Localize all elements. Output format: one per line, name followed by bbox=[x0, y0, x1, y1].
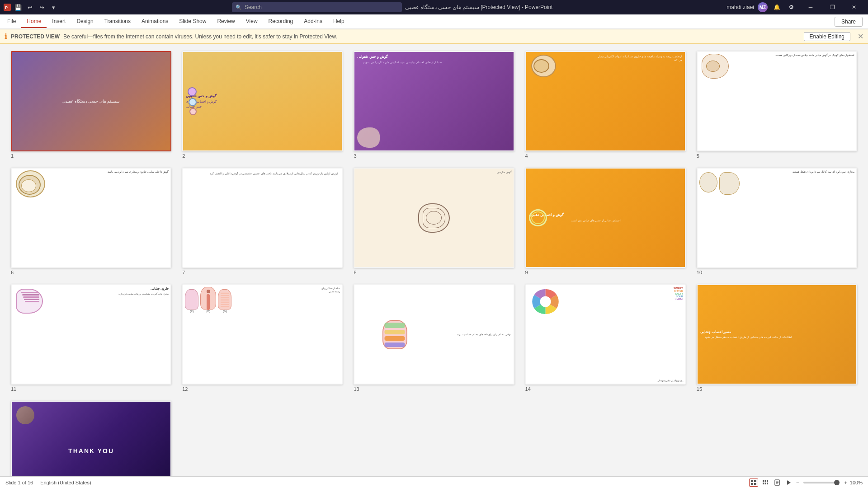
zoom-thumb[interactable] bbox=[834, 480, 840, 485]
slide-item-15[interactable]: مسیر اعصاب چشایی اطلاعات از جانب گیرنده … bbox=[697, 284, 857, 392]
tab-view[interactable]: View bbox=[241, 15, 263, 28]
protected-view-bar: ℹ PROTECTED VIEW Be careful—files from t… bbox=[0, 29, 868, 44]
slide-item-3[interactable]: گوش و حس شنوایی صدا از ارتعاش اجسام تولی… bbox=[354, 51, 514, 159]
status-right: − + 100% bbox=[749, 479, 863, 487]
minimize-button[interactable]: ─ bbox=[800, 0, 821, 14]
protected-view-message: Be careful—files from the Internet can c… bbox=[63, 33, 800, 40]
slide-item-2[interactable]: گوش و حس شنوایی گوش و احساس دهلیزی حس چش… bbox=[182, 51, 343, 159]
status-bar: Slide 1 of 16 English (United States) − … bbox=[0, 476, 868, 488]
slide-thumb-2[interactable]: گوش و حس شنوایی گوش و احساس دهلیزی حس چش… bbox=[182, 51, 343, 151]
search-box[interactable]: 🔍 bbox=[232, 2, 402, 12]
window-controls: ─ ❐ ✕ bbox=[800, 0, 864, 14]
slide-thumb-13[interactable]: نواحی مختلف زبان برای طعم های مختلف حساس… bbox=[354, 284, 514, 385]
slide-num-7: 7 bbox=[182, 270, 185, 275]
tab-design[interactable]: Design bbox=[71, 15, 99, 28]
slide-item-4[interactable]: ارتعاش دریچه به وسیله ماهیچه های حلزون ص… bbox=[525, 51, 686, 159]
slide-item-12[interactable]: (a) (b) bbox=[182, 284, 343, 392]
svg-rect-7 bbox=[763, 480, 764, 482]
tab-recording[interactable]: Recording bbox=[263, 15, 299, 28]
slide-item-10[interactable]: مجاری نیم دایره ای سه کانال نیم دایره ای… bbox=[697, 168, 857, 275]
tab-slideshow[interactable]: Slide Show bbox=[174, 15, 212, 28]
protected-view-close[interactable]: ✕ bbox=[858, 32, 863, 41]
status-left: Slide 1 of 16 English (United States) bbox=[5, 480, 91, 485]
slide-thumb-1[interactable]: سیستم های حسی دستگاه عصبی bbox=[11, 51, 171, 151]
svg-rect-11 bbox=[764, 483, 766, 484]
ribbon-tabs: File Home Insert Design Transitions Anim… bbox=[0, 14, 868, 29]
slide-thumb-8[interactable]: گوش خارجی bbox=[354, 168, 514, 268]
slide-grid: سیستم های حسی دستگاه عصبی 1 گوش و حس شنو… bbox=[11, 51, 857, 476]
search-icon: 🔍 bbox=[236, 5, 242, 10]
ribbon: File Home Insert Design Transitions Anim… bbox=[0, 14, 868, 29]
slide-sorter-button[interactable] bbox=[761, 479, 770, 487]
slide-num-8: 8 bbox=[354, 270, 356, 275]
slide-item-13[interactable]: نواحی مختلف زبان برای طعم های مختلف حساس… bbox=[354, 284, 514, 392]
save-button[interactable]: 💾 bbox=[14, 3, 23, 12]
search-input[interactable] bbox=[245, 4, 380, 10]
slide-num-5: 5 bbox=[697, 153, 699, 159]
powerpoint-icon: P bbox=[4, 4, 11, 11]
slide-thumb-6[interactable]: گوش داخلی شامل حلزون و مجاری نیم دایره م… bbox=[11, 168, 171, 268]
restore-button[interactable]: ❐ bbox=[822, 0, 843, 14]
slide-num-13: 13 bbox=[354, 386, 359, 392]
thankyou-text: THANK YOU bbox=[68, 447, 114, 455]
avatar[interactable]: MZ bbox=[758, 2, 768, 12]
tab-review[interactable]: Review bbox=[212, 15, 240, 28]
tab-animations[interactable]: Animations bbox=[136, 15, 174, 28]
close-button[interactable]: ✕ bbox=[844, 0, 864, 14]
normal-view-button[interactable] bbox=[749, 479, 758, 487]
tab-help[interactable]: Help bbox=[328, 15, 350, 28]
slide-thumb-10[interactable]: مجاری نیم دایره ای سه کانال نیم دایره ای… bbox=[697, 168, 857, 268]
slide-item-9[interactable]: گوش و احساس دهلیزی احساس تعادل از حس های… bbox=[525, 168, 686, 275]
tab-file[interactable]: File bbox=[2, 15, 21, 28]
notifications-icon[interactable]: 🔔 bbox=[771, 3, 782, 12]
zoom-in-button[interactable]: + bbox=[844, 480, 847, 485]
slide-thumb-12[interactable]: (a) (b) bbox=[182, 284, 343, 385]
slide-num-4: 4 bbox=[525, 153, 528, 159]
svg-rect-10 bbox=[763, 483, 764, 484]
slide-thumb-5[interactable]: استخوان های کوچک در گوش میانی مانند چکش،… bbox=[697, 51, 857, 151]
slide-thumb-3[interactable]: گوش و حس شنوایی صدا از ارتعاش اجسام تولی… bbox=[354, 51, 514, 151]
slide-num-14: 14 bbox=[525, 386, 531, 392]
slide-thumb-14[interactable]: SWEET BITTER SALTY SOUR UMAMI پنج نوع اص… bbox=[525, 284, 686, 385]
slide-thumb-16[interactable]: THANK YOU bbox=[11, 401, 171, 476]
slide-item-6[interactable]: گوش داخلی شامل حلزون و مجاری نیم دایره م… bbox=[11, 168, 171, 275]
redo-button[interactable]: ↪ bbox=[37, 3, 46, 12]
slide-num-15: 15 bbox=[697, 386, 702, 392]
slide-num-11: 11 bbox=[11, 386, 16, 392]
slide-item-16[interactable]: THANK YOU 16 bbox=[11, 401, 171, 476]
slide-item-1[interactable]: سیستم های حسی دستگاه عصبی 1 bbox=[11, 51, 171, 159]
slide-item-7[interactable]: کورتی اولین بار توریتز که در سال هایی از… bbox=[182, 168, 343, 275]
slide-item-14[interactable]: SWEET BITTER SALTY SOUR UMAMI پنج نوع اص… bbox=[525, 284, 686, 392]
zoom-slider[interactable] bbox=[803, 482, 840, 483]
svg-rect-3 bbox=[751, 480, 753, 482]
slide-item-11[interactable]: حلزون چشایی سلول های گیرنده چشایی در پرز… bbox=[11, 284, 171, 392]
protected-view-label: PROTECTED VIEW bbox=[11, 33, 60, 40]
slide-num-10: 10 bbox=[697, 270, 702, 275]
slide-num-1: 1 bbox=[11, 153, 14, 159]
slide-thumb-11[interactable]: حلزون چشایی سلول های گیرنده چشایی در پرز… bbox=[11, 284, 171, 385]
zoom-out-button[interactable]: − bbox=[796, 480, 799, 485]
slide-thumb-9[interactable]: گوش و احساس دهلیزی احساس تعادل از حس های… bbox=[525, 168, 686, 268]
quick-access-toolbar: P 💾 ↩ ↪ ▾ bbox=[4, 3, 58, 12]
slide-thumb-7[interactable]: کورتی اولین بار توریتز که در سال هایی از… bbox=[182, 168, 343, 268]
slide-grid-container[interactable]: سیستم های حسی دستگاه عصبی 1 گوش و حس شنو… bbox=[0, 44, 868, 476]
svg-rect-9 bbox=[767, 480, 768, 482]
tab-home[interactable]: Home bbox=[21, 15, 47, 28]
enable-editing-button[interactable]: Enable Editing bbox=[804, 32, 850, 41]
settings-icon[interactable]: ⚙ bbox=[786, 3, 797, 12]
reading-view-button[interactable] bbox=[773, 479, 782, 487]
slide-thumb-4[interactable]: ارتعاش دریچه به وسیله ماهیچه های حلزون ص… bbox=[525, 51, 686, 151]
slide-num-2: 2 bbox=[182, 153, 185, 159]
slide-thumb-15[interactable]: مسیر اعصاب چشایی اطلاعات از جانب گیرنده … bbox=[697, 284, 857, 385]
svg-text:P: P bbox=[5, 5, 8, 10]
undo-button[interactable]: ↩ bbox=[25, 3, 34, 12]
customize-button[interactable]: ▾ bbox=[49, 3, 58, 12]
tab-addins[interactable]: Add-ins bbox=[298, 15, 328, 28]
svg-rect-6 bbox=[754, 483, 756, 485]
tab-insert[interactable]: Insert bbox=[47, 15, 71, 28]
share-button[interactable]: Share bbox=[835, 17, 863, 27]
slide-item-8[interactable]: گوش خارجی 8 bbox=[354, 168, 514, 275]
tab-transitions[interactable]: Transitions bbox=[99, 15, 136, 28]
slideshow-button[interactable] bbox=[784, 479, 793, 487]
slide-item-5[interactable]: استخوان های کوچک در گوش میانی مانند چکش،… bbox=[697, 51, 857, 159]
